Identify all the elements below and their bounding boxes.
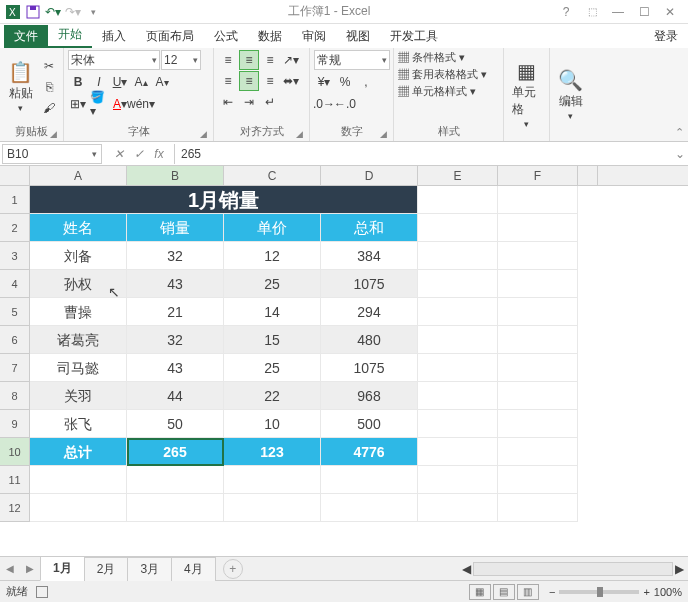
cell[interactable]: 50 xyxy=(127,410,224,438)
decrease-decimal-icon[interactable]: ←.0 xyxy=(335,94,355,114)
cell[interactable]: 21 xyxy=(127,298,224,326)
tab-file[interactable]: 文件 xyxy=(4,25,48,48)
cell[interactable]: 480 xyxy=(321,326,418,354)
scroll-right-icon[interactable]: ▶ xyxy=(675,562,684,576)
expand-formula-bar-icon[interactable]: ⌄ xyxy=(672,147,688,161)
cell[interactable]: 500 xyxy=(321,410,418,438)
tab-insert[interactable]: 插入 xyxy=(92,25,136,48)
cell[interactable]: 14 xyxy=(224,298,321,326)
cell[interactable]: 15 xyxy=(224,326,321,354)
number-format-combo[interactable]: 常规▾ xyxy=(314,50,390,70)
bold-button[interactable]: B xyxy=(68,72,88,92)
maximize-icon[interactable]: ☐ xyxy=(634,3,654,21)
font-size-combo[interactable]: 12▾ xyxy=(161,50,201,70)
col-header[interactable] xyxy=(578,166,598,185)
row-header[interactable]: 7 xyxy=(0,354,30,382)
cell[interactable]: 384 xyxy=(321,242,418,270)
cell[interactable]: 22 xyxy=(224,382,321,410)
copy-icon[interactable]: ⎘ xyxy=(39,77,59,97)
zoom-in-icon[interactable]: + xyxy=(643,586,649,598)
name-box[interactable]: B10▾ xyxy=(2,144,102,164)
cell[interactable]: 43 xyxy=(127,354,224,382)
save-icon[interactable] xyxy=(24,3,42,21)
macro-record-icon[interactable] xyxy=(36,586,48,598)
normal-view-icon[interactable]: ▦ xyxy=(469,584,491,600)
tab-data[interactable]: 数据 xyxy=(248,25,292,48)
sheet-tab[interactable]: 4月 xyxy=(171,557,216,581)
cell[interactable]: 294 xyxy=(321,298,418,326)
cell[interactable]: 刘备 xyxy=(30,242,127,270)
row-header[interactable]: 12 xyxy=(0,494,30,522)
tab-dev[interactable]: 开发工具 xyxy=(380,25,448,48)
select-all-corner[interactable] xyxy=(0,166,30,185)
zoom-out-icon[interactable]: − xyxy=(549,586,555,598)
align-middle-icon[interactable]: ≡ xyxy=(239,50,259,70)
increase-decimal-icon[interactable]: .0→ xyxy=(314,94,334,114)
row-header[interactable]: 1 xyxy=(0,186,30,214)
align-right-icon[interactable]: ≡ xyxy=(260,71,280,91)
cell[interactable]: 总计 xyxy=(30,438,127,466)
page-layout-view-icon[interactable]: ▤ xyxy=(493,584,515,600)
help-icon[interactable]: ? xyxy=(556,3,576,21)
zoom-slider[interactable] xyxy=(559,590,639,594)
edit-button[interactable]: 🔍编辑▾ xyxy=(554,50,587,138)
sheet-nav-next-icon[interactable]: ▶ xyxy=(20,563,40,574)
cancel-formula-icon[interactable]: ✕ xyxy=(110,147,128,161)
cell[interactable]: 43 xyxy=(127,270,224,298)
cell[interactable]: 25 xyxy=(224,270,321,298)
ribbon-display-icon[interactable]: ⬚ xyxy=(582,3,602,21)
align-top-icon[interactable]: ≡ xyxy=(218,50,238,70)
paste-button[interactable]: 📋 粘贴 ▾ xyxy=(4,50,37,123)
cell-styles-button[interactable]: ▦ 单元格样式 ▾ xyxy=(398,84,499,99)
conditional-format-button[interactable]: ▦ 条件格式 ▾ xyxy=(398,50,499,65)
dialog-launcher-icon[interactable]: ◢ xyxy=(200,129,207,139)
orientation-icon[interactable]: ↗▾ xyxy=(281,50,301,70)
row-header[interactable]: 6 xyxy=(0,326,30,354)
cell[interactable]: 曹操 xyxy=(30,298,127,326)
cell[interactable]: 25 xyxy=(224,354,321,382)
align-bottom-icon[interactable]: ≡ xyxy=(260,50,280,70)
col-header[interactable]: C xyxy=(224,166,321,185)
cell[interactable]: 32 xyxy=(127,326,224,354)
cell[interactable]: 张飞 xyxy=(30,410,127,438)
table-header[interactable]: 姓名 xyxy=(30,214,127,242)
redo-icon[interactable]: ↷▾ xyxy=(64,3,82,21)
new-sheet-button[interactable]: + xyxy=(223,559,243,579)
cell[interactable]: 孙权 xyxy=(30,270,127,298)
cell[interactable]: 司马懿 xyxy=(30,354,127,382)
scroll-left-icon[interactable]: ◀ xyxy=(462,562,471,576)
wrap-text-icon[interactable]: ↵ xyxy=(260,92,280,112)
cells-button[interactable]: ▦单元格▾ xyxy=(508,50,545,138)
spreadsheet-grid[interactable]: A B C D E F 1 2 3 4 5 6 7 8 9 10 11 12 1… xyxy=(0,166,688,556)
decrease-font-icon[interactable]: A▾ xyxy=(152,72,172,92)
cell[interactable]: 44 xyxy=(127,382,224,410)
sheet-tab[interactable]: 2月 xyxy=(84,557,129,581)
underline-button[interactable]: U▾ xyxy=(110,72,130,92)
table-header[interactable]: 总和 xyxy=(321,214,418,242)
formula-bar[interactable]: 265 xyxy=(174,144,672,164)
dialog-launcher-icon[interactable]: ◢ xyxy=(380,129,387,139)
row-header[interactable]: 2 xyxy=(0,214,30,242)
cell[interactable]: 10 xyxy=(224,410,321,438)
sheet-nav-prev-icon[interactable]: ◀ xyxy=(0,563,20,574)
active-cell[interactable]: 265 xyxy=(127,438,224,466)
align-center-icon[interactable]: ≡ xyxy=(239,71,259,91)
phonetic-button[interactable]: wén▾ xyxy=(131,94,151,114)
fx-icon[interactable]: fx xyxy=(150,147,168,161)
format-painter-icon[interactable]: 🖌 xyxy=(39,98,59,118)
minimize-icon[interactable]: — xyxy=(608,3,628,21)
page-break-view-icon[interactable]: ▥ xyxy=(517,584,539,600)
qat-customize-icon[interactable]: ▾ xyxy=(84,3,102,21)
table-header[interactable]: 单价 xyxy=(224,214,321,242)
merge-icon[interactable]: ⬌▾ xyxy=(281,71,301,91)
enter-formula-icon[interactable]: ✓ xyxy=(130,147,148,161)
col-header[interactable]: D xyxy=(321,166,418,185)
dialog-launcher-icon[interactable]: ◢ xyxy=(50,129,57,139)
cut-icon[interactable]: ✂ xyxy=(39,56,59,76)
cell[interactable]: 关羽 xyxy=(30,382,127,410)
border-button[interactable]: ⊞▾ xyxy=(68,94,88,114)
increase-indent-icon[interactable]: ⇥ xyxy=(239,92,259,112)
tab-home[interactable]: 开始 xyxy=(48,23,92,48)
row-header[interactable]: 8 xyxy=(0,382,30,410)
cell[interactable]: 32 xyxy=(127,242,224,270)
